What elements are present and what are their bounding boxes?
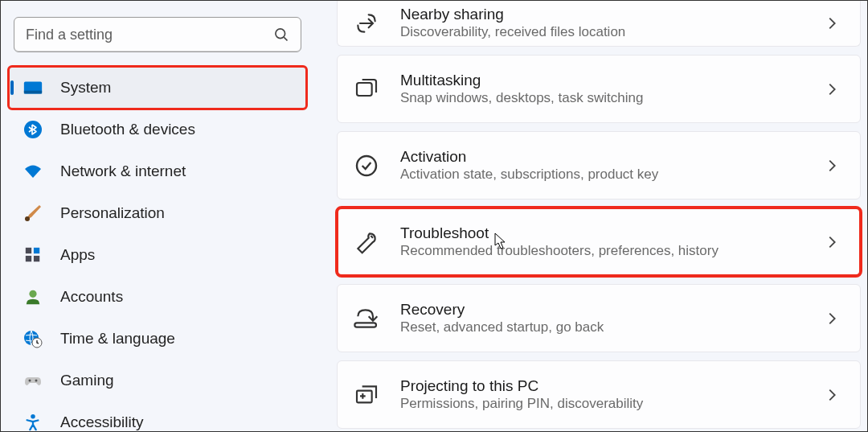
nav-accounts[interactable]: Accounts: [9, 276, 306, 318]
checkmark-circle-icon: [354, 153, 379, 179]
nav-gaming[interactable]: Gaming: [9, 360, 306, 401]
row-subtitle: Reset, advanced startup, go back: [400, 319, 823, 336]
row-activation[interactable]: Activation Activation state, subscriptio…: [337, 131, 861, 200]
row-text: Projecting to this PC Permissions, pairi…: [400, 376, 823, 413]
row-title: Troubleshoot: [400, 224, 823, 243]
nav-label: Apps: [60, 246, 95, 264]
row-title: Multitasking: [400, 71, 823, 90]
projecting-icon: [354, 382, 379, 408]
svg-rect-8: [26, 256, 31, 261]
multitasking-icon: [354, 76, 379, 102]
nav-label: Accessibility: [60, 413, 143, 431]
svg-point-15: [31, 414, 35, 419]
row-text: Recovery Reset, advanced startup, go bac…: [400, 300, 823, 337]
gamepad-icon: [22, 369, 44, 392]
chevron-right-icon: [823, 80, 841, 98]
row-projecting[interactable]: Projecting to this PC Permissions, pairi…: [337, 360, 861, 429]
chevron-right-icon: [823, 386, 841, 404]
recovery-icon: [354, 306, 379, 331]
nav-accessibility[interactable]: Accessibility: [9, 401, 306, 432]
search-input[interactable]: [14, 27, 301, 43]
chevron-right-icon: [823, 310, 841, 327]
row-title: Projecting to this PC: [400, 376, 823, 396]
row-multitasking[interactable]: Multitasking Snap windows, desktops, tas…: [337, 55, 861, 123]
nav-system[interactable]: System: [9, 67, 306, 109]
svg-rect-9: [34, 256, 39, 261]
nav-label: Gaming: [60, 372, 114, 389]
svg-point-17: [357, 156, 376, 175]
chevron-right-icon: [823, 14, 841, 32]
nav-time-language[interactable]: Time & language: [9, 318, 306, 360]
row-title: Recovery: [400, 300, 823, 319]
svg-point-10: [29, 290, 36, 298]
share-icon: [354, 10, 379, 36]
row-title: Nearby sharing: [400, 5, 823, 24]
chevron-right-icon: [823, 157, 841, 175]
svg-rect-7: [34, 248, 39, 253]
nav-label: System: [60, 79, 111, 97]
wifi-icon: [22, 160, 44, 183]
row-troubleshoot[interactable]: Troubleshoot Recommended troubleshooters…: [337, 208, 861, 276]
paintbrush-icon: [22, 202, 44, 224]
search-icon: [273, 27, 289, 43]
svg-point-0: [276, 29, 285, 39]
row-recovery[interactable]: Recovery Reset, advanced startup, go bac…: [337, 284, 861, 352]
row-nearby-sharing[interactable]: Nearby sharing Discoverability, received…: [337, 1, 861, 47]
accessibility-icon: [22, 411, 44, 432]
row-subtitle: Permissions, pairing PIN, discoverabilit…: [400, 395, 823, 413]
nav-label: Personalization: [60, 204, 165, 222]
settings-sidebar: System Bluetooth & devices Network & int…: [1, 1, 314, 431]
svg-point-14: [35, 380, 38, 382]
bluetooth-icon: [22, 118, 44, 141]
svg-rect-3: [24, 91, 42, 94]
row-text: Activation Activation state, subscriptio…: [400, 147, 823, 184]
nav-label: Accounts: [60, 288, 123, 306]
row-text: Troubleshoot Recommended troubleshooters…: [400, 224, 823, 261]
settings-main: Nearby sharing Discoverability, received…: [314, 1, 867, 431]
row-subtitle: Activation state, subscriptions, product…: [400, 166, 823, 183]
row-text: Multitasking Snap windows, desktops, tas…: [400, 71, 823, 108]
row-title: Activation: [400, 147, 823, 167]
svg-point-5: [25, 216, 30, 221]
svg-line-1: [284, 37, 287, 40]
nav-label: Time & language: [60, 330, 175, 348]
nav-apps[interactable]: Apps: [9, 234, 306, 276]
display-icon: [22, 76, 44, 99]
nav-personalization[interactable]: Personalization: [9, 192, 306, 234]
wrench-icon: [354, 229, 379, 255]
nav-bluetooth[interactable]: Bluetooth & devices: [9, 109, 306, 150]
row-subtitle: Snap windows, desktops, task switching: [400, 89, 823, 107]
search-box[interactable]: [14, 17, 301, 52]
row-subtitle: Recommended troubleshooters, preferences…: [400, 242, 823, 260]
globe-clock-icon: [22, 327, 44, 350]
nav-label: Network & internet: [60, 163, 186, 180]
chevron-right-icon: [823, 233, 841, 251]
nav-label: Bluetooth & devices: [60, 121, 195, 138]
apps-icon: [22, 244, 44, 266]
svg-point-13: [29, 380, 31, 382]
row-subtitle: Discoverability, received files location: [400, 23, 823, 41]
nav-network[interactable]: Network & internet: [9, 150, 306, 192]
person-icon: [22, 286, 44, 308]
svg-rect-16: [357, 83, 372, 96]
svg-rect-6: [26, 248, 31, 253]
row-text: Nearby sharing Discoverability, received…: [400, 5, 823, 42]
